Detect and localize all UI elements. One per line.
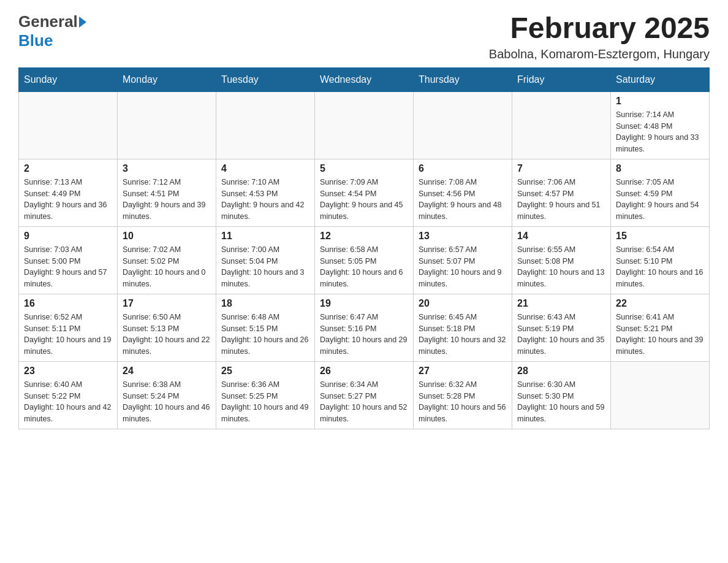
- calendar-cell: [611, 361, 710, 429]
- day-of-week-saturday: Saturday: [611, 67, 710, 91]
- calendar-cell: [414, 91, 512, 159]
- day-info: Sunrise: 7:13 AM Sunset: 4:49 PM Dayligh…: [24, 177, 112, 223]
- calendar-cell: 22Sunrise: 6:41 AM Sunset: 5:21 PM Dayli…: [611, 294, 710, 361]
- day-info: Sunrise: 7:06 AM Sunset: 4:57 PM Dayligh…: [517, 177, 605, 223]
- day-of-week-tuesday: Tuesday: [216, 67, 315, 91]
- calendar-cell: 5Sunrise: 7:09 AM Sunset: 4:54 PM Daylig…: [315, 159, 414, 226]
- day-number: 13: [419, 231, 507, 242]
- calendar-cell: 26Sunrise: 6:34 AM Sunset: 5:27 PM Dayli…: [315, 361, 414, 429]
- calendar-cell: 21Sunrise: 6:43 AM Sunset: 5:19 PM Dayli…: [512, 294, 611, 361]
- day-number: 9: [24, 231, 112, 242]
- calendar-cell: 6Sunrise: 7:08 AM Sunset: 4:56 PM Daylig…: [414, 159, 512, 226]
- calendar-cell: 16Sunrise: 6:52 AM Sunset: 5:11 PM Dayli…: [19, 294, 118, 361]
- day-number: 12: [320, 231, 408, 242]
- day-info: Sunrise: 7:09 AM Sunset: 4:54 PM Dayligh…: [320, 177, 408, 223]
- calendar-cell: 18Sunrise: 6:48 AM Sunset: 5:15 PM Dayli…: [216, 294, 315, 361]
- day-info: Sunrise: 6:50 AM Sunset: 5:13 PM Dayligh…: [123, 312, 211, 358]
- calendar-cell: 19Sunrise: 6:47 AM Sunset: 5:16 PM Dayli…: [315, 294, 414, 361]
- day-number: 25: [221, 366, 309, 377]
- calendar-table: SundayMondayTuesdayWednesdayThursdayFrid…: [18, 67, 710, 429]
- day-info: Sunrise: 6:48 AM Sunset: 5:15 PM Dayligh…: [221, 312, 309, 358]
- week-row-3: 9Sunrise: 7:03 AM Sunset: 5:00 PM Daylig…: [19, 226, 710, 294]
- day-number: 21: [517, 298, 605, 309]
- day-of-week-monday: Monday: [118, 67, 216, 91]
- day-number: 5: [320, 163, 408, 174]
- calendar-cell: 17Sunrise: 6:50 AM Sunset: 5:13 PM Dayli…: [118, 294, 216, 361]
- calendar-cell: 20Sunrise: 6:45 AM Sunset: 5:18 PM Dayli…: [414, 294, 512, 361]
- day-number: 19: [320, 298, 408, 309]
- day-info: Sunrise: 7:10 AM Sunset: 4:53 PM Dayligh…: [221, 177, 309, 223]
- day-info: Sunrise: 6:40 AM Sunset: 5:22 PM Dayligh…: [24, 379, 112, 425]
- calendar-cell: 23Sunrise: 6:40 AM Sunset: 5:22 PM Dayli…: [19, 361, 118, 429]
- calendar-cell: 9Sunrise: 7:03 AM Sunset: 5:00 PM Daylig…: [19, 226, 118, 294]
- day-info: Sunrise: 6:45 AM Sunset: 5:18 PM Dayligh…: [419, 312, 507, 358]
- day-info: Sunrise: 6:36 AM Sunset: 5:25 PM Dayligh…: [221, 379, 309, 425]
- day-of-week-thursday: Thursday: [414, 67, 512, 91]
- title-area: February 2025 Babolna, Komarom-Esztergom…: [489, 12, 710, 61]
- calendar-cell: [118, 91, 216, 159]
- page-header: General Blue February 2025 Babolna, Koma…: [18, 12, 710, 61]
- calendar-body: 1Sunrise: 7:14 AM Sunset: 4:48 PM Daylig…: [19, 91, 710, 429]
- calendar-cell: 12Sunrise: 6:58 AM Sunset: 5:05 PM Dayli…: [315, 226, 414, 294]
- day-number: 4: [221, 163, 309, 174]
- calendar-cell: [216, 91, 315, 159]
- day-info: Sunrise: 6:34 AM Sunset: 5:27 PM Dayligh…: [320, 379, 408, 425]
- calendar-cell: [19, 91, 118, 159]
- day-info: Sunrise: 6:38 AM Sunset: 5:24 PM Dayligh…: [123, 379, 211, 425]
- week-row-4: 16Sunrise: 6:52 AM Sunset: 5:11 PM Dayli…: [19, 294, 710, 361]
- calendar-cell: [315, 91, 414, 159]
- logo-arrow-icon: [79, 17, 86, 28]
- calendar-cell: 24Sunrise: 6:38 AM Sunset: 5:24 PM Dayli…: [118, 361, 216, 429]
- week-row-2: 2Sunrise: 7:13 AM Sunset: 4:49 PM Daylig…: [19, 159, 710, 226]
- day-info: Sunrise: 6:55 AM Sunset: 5:08 PM Dayligh…: [517, 244, 605, 290]
- day-number: 20: [419, 298, 507, 309]
- calendar-cell: 2Sunrise: 7:13 AM Sunset: 4:49 PM Daylig…: [19, 159, 118, 226]
- week-row-1: 1Sunrise: 7:14 AM Sunset: 4:48 PM Daylig…: [19, 91, 710, 159]
- day-number: 28: [517, 366, 605, 377]
- logo-general-text: General: [18, 12, 78, 31]
- logo: General Blue: [18, 12, 86, 50]
- day-info: Sunrise: 7:03 AM Sunset: 5:00 PM Dayligh…: [24, 244, 112, 290]
- calendar-cell: 25Sunrise: 6:36 AM Sunset: 5:25 PM Dayli…: [216, 361, 315, 429]
- day-of-week-wednesday: Wednesday: [315, 67, 414, 91]
- calendar-cell: 14Sunrise: 6:55 AM Sunset: 5:08 PM Dayli…: [512, 226, 611, 294]
- day-info: Sunrise: 6:58 AM Sunset: 5:05 PM Dayligh…: [320, 244, 408, 290]
- day-number: 22: [616, 298, 704, 309]
- day-of-week-sunday: Sunday: [19, 67, 118, 91]
- calendar-cell: 27Sunrise: 6:32 AM Sunset: 5:28 PM Dayli…: [414, 361, 512, 429]
- calendar-cell: 8Sunrise: 7:05 AM Sunset: 4:59 PM Daylig…: [611, 159, 710, 226]
- day-info: Sunrise: 7:12 AM Sunset: 4:51 PM Dayligh…: [123, 177, 211, 223]
- day-of-week-friday: Friday: [512, 67, 611, 91]
- day-number: 11: [221, 231, 309, 242]
- day-number: 16: [24, 298, 112, 309]
- location-title: Babolna, Komarom-Esztergom, Hungary: [489, 47, 710, 61]
- day-info: Sunrise: 7:14 AM Sunset: 4:48 PM Dayligh…: [616, 109, 704, 155]
- day-number: 1: [616, 96, 704, 107]
- day-info: Sunrise: 6:30 AM Sunset: 5:30 PM Dayligh…: [517, 379, 605, 425]
- day-number: 26: [320, 366, 408, 377]
- calendar-cell: 28Sunrise: 6:30 AM Sunset: 5:30 PM Dayli…: [512, 361, 611, 429]
- month-title: February 2025: [489, 12, 710, 45]
- day-info: Sunrise: 7:05 AM Sunset: 4:59 PM Dayligh…: [616, 177, 704, 223]
- day-number: 27: [419, 366, 507, 377]
- calendar-cell: 15Sunrise: 6:54 AM Sunset: 5:10 PM Dayli…: [611, 226, 710, 294]
- week-row-5: 23Sunrise: 6:40 AM Sunset: 5:22 PM Dayli…: [19, 361, 710, 429]
- day-number: 17: [123, 298, 211, 309]
- day-number: 3: [123, 163, 211, 174]
- day-number: 24: [123, 366, 211, 377]
- day-info: Sunrise: 7:08 AM Sunset: 4:56 PM Dayligh…: [419, 177, 507, 223]
- day-number: 2: [24, 163, 112, 174]
- day-info: Sunrise: 7:00 AM Sunset: 5:04 PM Dayligh…: [221, 244, 309, 290]
- day-info: Sunrise: 6:43 AM Sunset: 5:19 PM Dayligh…: [517, 312, 605, 358]
- day-info: Sunrise: 6:41 AM Sunset: 5:21 PM Dayligh…: [616, 312, 704, 358]
- day-info: Sunrise: 6:47 AM Sunset: 5:16 PM Dayligh…: [320, 312, 408, 358]
- day-number: 8: [616, 163, 704, 174]
- day-info: Sunrise: 6:57 AM Sunset: 5:07 PM Dayligh…: [419, 244, 507, 290]
- day-info: Sunrise: 6:52 AM Sunset: 5:11 PM Dayligh…: [24, 312, 112, 358]
- calendar-cell: 10Sunrise: 7:02 AM Sunset: 5:02 PM Dayli…: [118, 226, 216, 294]
- day-number: 18: [221, 298, 309, 309]
- calendar-cell: 11Sunrise: 7:00 AM Sunset: 5:04 PM Dayli…: [216, 226, 315, 294]
- calendar-cell: 1Sunrise: 7:14 AM Sunset: 4:48 PM Daylig…: [611, 91, 710, 159]
- days-of-week-row: SundayMondayTuesdayWednesdayThursdayFrid…: [19, 67, 710, 91]
- calendar-cell: 7Sunrise: 7:06 AM Sunset: 4:57 PM Daylig…: [512, 159, 611, 226]
